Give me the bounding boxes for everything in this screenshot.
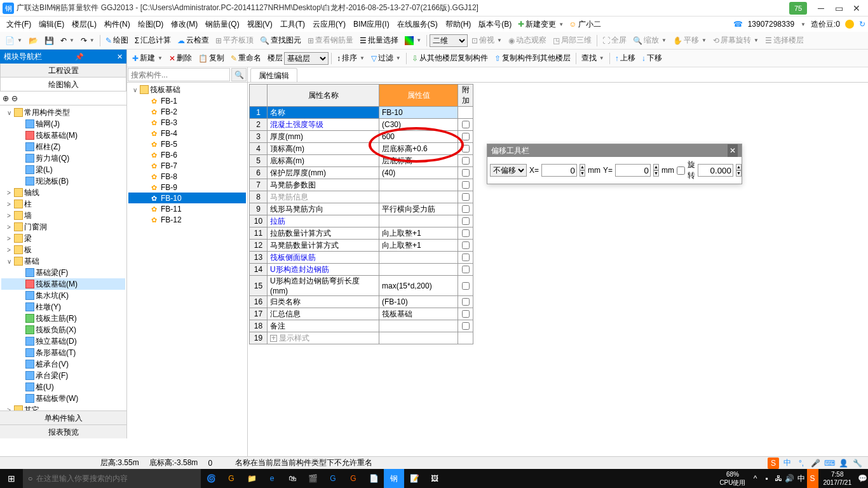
property-add-cell[interactable] (458, 119, 473, 131)
panel-close-icon[interactable]: ✕ (117, 50, 123, 64)
nav-tree-item[interactable]: 筏板基础(M) (1, 130, 125, 141)
property-row[interactable]: 5底标高(m)层底标高 (250, 155, 473, 167)
component-item[interactable]: ✿FB-6 (128, 149, 246, 160)
add-checkbox[interactable] (462, 217, 470, 225)
component-item[interactable]: ✿FB-2 (128, 106, 246, 117)
property-row[interactable]: 7马凳筋参数图 (250, 179, 473, 191)
expander-icon[interactable]: > (5, 235, 13, 242)
property-name-cell[interactable]: 线形马凳筋方向 (268, 203, 379, 215)
expander-icon[interactable]: > (5, 189, 13, 196)
add-checkbox[interactable] (462, 145, 470, 152)
zoom-button[interactable]: 🔍缩放▼ (630, 34, 669, 48)
property-value-cell[interactable]: max(15*d,200) (379, 276, 458, 296)
property-add-cell[interactable] (458, 296, 473, 308)
add-checkbox[interactable] (462, 310, 470, 318)
task-edge-icon[interactable]: e (262, 469, 282, 488)
add-checkbox[interactable] (462, 121, 470, 128)
save-button[interactable]: 💾 (42, 34, 57, 48)
property-value-cell[interactable]: (FB-10) (379, 296, 458, 308)
move-up-button[interactable]: ↑上移 (613, 51, 638, 65)
expand-all-icon[interactable]: ⊕ (3, 94, 9, 103)
find-graph-button[interactable]: 🔍查找图元 (257, 34, 304, 48)
local-3d-button[interactable]: ◳局部三维 (550, 34, 594, 48)
taskbar-search[interactable]: ○ (23, 469, 201, 488)
nav-tree-item[interactable]: >柱 (1, 198, 125, 210)
tray-vol-icon[interactable]: 🔊 (784, 469, 796, 488)
task-movies-icon[interactable]: 🎬 (302, 469, 323, 488)
nav-tree-item[interactable]: 条形基础(T) (1, 347, 125, 358)
nav-tree-item[interactable]: 框柱(Z) (1, 141, 125, 152)
property-add-cell[interactable] (458, 264, 473, 276)
sogou-icon[interactable]: S (768, 458, 779, 469)
filter-button[interactable]: ▽过滤▼ (369, 51, 403, 65)
task-g3-icon[interactable]: G (343, 469, 363, 488)
property-name-cell[interactable]: 厚度(mm) (268, 131, 379, 143)
floor-select[interactable]: 基础层 (284, 52, 329, 65)
person-icon[interactable]: 👤 (837, 458, 849, 469)
undo-button[interactable]: ↶▼ (58, 34, 77, 48)
task-note-icon[interactable]: 📝 (404, 469, 424, 488)
property-add-cell[interactable] (458, 227, 473, 240)
window-minimize[interactable]: ─ (812, 2, 830, 15)
sort-button[interactable]: ↕排序▼ (334, 51, 367, 65)
batch-select-button[interactable]: ☰批量选择 (357, 34, 401, 48)
nav-tree-item[interactable]: 剪力墙(Q) (1, 152, 125, 164)
property-value-cell[interactable] (379, 332, 458, 344)
collapse-all-icon[interactable]: ⊖ (11, 94, 18, 103)
expander-icon[interactable]: > (5, 224, 13, 231)
component-item[interactable]: ✿FB-3 (128, 117, 246, 128)
copy-from-floor-button[interactable]: ⇩从其他楼层复制构件 (409, 51, 491, 65)
add-checkbox[interactable] (462, 254, 470, 261)
user-button[interactable]: ☺广小二 (566, 17, 603, 31)
menu-item[interactable]: 修改(M) (167, 17, 201, 31)
nav-tree-item[interactable]: ∨常用构件类型 (1, 107, 125, 118)
property-name-cell[interactable]: 马凳筋数量计算方式 (268, 240, 379, 252)
tray-notif-icon[interactable]: 💬 (857, 469, 868, 488)
property-name-cell[interactable]: 马凳筋参数图 (268, 179, 379, 191)
nav-tree-item[interactable]: 桩(U) (1, 381, 125, 393)
nav-tree-item[interactable]: 筏板基础(M) (1, 278, 125, 290)
property-value-cell[interactable]: (C30) (379, 119, 458, 131)
property-value-cell[interactable] (379, 191, 458, 203)
add-checkbox[interactable] (462, 133, 470, 140)
menu-item[interactable]: 视图(V) (243, 17, 276, 31)
copy-button[interactable]: 📋复制 (196, 51, 227, 65)
property-name-cell[interactable]: 拉筋 (268, 215, 379, 227)
property-row[interactable]: 18备注 (250, 320, 473, 332)
property-add-cell[interactable] (458, 276, 473, 296)
tray-sogou-icon[interactable]: S (807, 469, 818, 488)
property-add-cell[interactable] (458, 332, 473, 344)
nav-tree-item[interactable]: >轴线 (1, 187, 125, 198)
property-name-cell[interactable]: 混凝土强度等级 (268, 119, 379, 131)
y-spin-up[interactable]: ▲ (653, 164, 659, 170)
property-name-cell[interactable]: 保护层厚度(mm) (268, 167, 379, 179)
component-item[interactable]: ✿FB-10 (128, 193, 246, 203)
property-name-cell[interactable]: 马凳筋信息 (268, 191, 379, 203)
menu-item[interactable]: 构件(N) (100, 17, 134, 31)
tool-icon[interactable]: 🔧 (851, 458, 863, 469)
property-name-cell[interactable]: 汇总信息 (268, 308, 379, 320)
task-g2-icon[interactable]: G (323, 469, 343, 488)
property-name-cell[interactable]: 顶标高(m) (268, 143, 379, 155)
cloud-check-button[interactable]: ☁云检查 (175, 34, 212, 48)
property-name-cell[interactable]: 筏板侧面纵筋 (268, 252, 379, 264)
menu-item[interactable]: 云应用(Y) (309, 17, 349, 31)
property-name-cell[interactable]: +显示样式 (268, 332, 379, 344)
task-explorer-icon[interactable]: 📁 (241, 469, 262, 488)
nav-tree-item[interactable]: >板 (1, 244, 125, 255)
pin-icon[interactable]: 📌 (75, 50, 84, 64)
delete-button[interactable]: ✕删除 (166, 51, 194, 65)
property-row[interactable]: 3厚度(mm)600 (250, 131, 473, 143)
task-app-icon[interactable]: 钢 (384, 469, 404, 488)
add-checkbox[interactable] (462, 298, 470, 306)
property-row[interactable]: 13筏板侧面纵筋 (250, 252, 473, 264)
nav-tree-item[interactable]: 桩承台(V) (1, 358, 125, 370)
mic-icon[interactable]: 🎤 (810, 458, 821, 469)
draw-button[interactable]: ✎绘图 (103, 34, 131, 48)
expander-icon[interactable]: ∨ (5, 258, 13, 265)
property-value-cell[interactable]: 层底标高 (379, 155, 458, 167)
property-value-cell[interactable] (379, 215, 458, 227)
property-value-cell[interactable]: FB-10 (379, 107, 458, 119)
view-steel-button[interactable]: ⊞查看钢筋量 (305, 34, 356, 48)
property-add-cell[interactable] (458, 155, 473, 167)
